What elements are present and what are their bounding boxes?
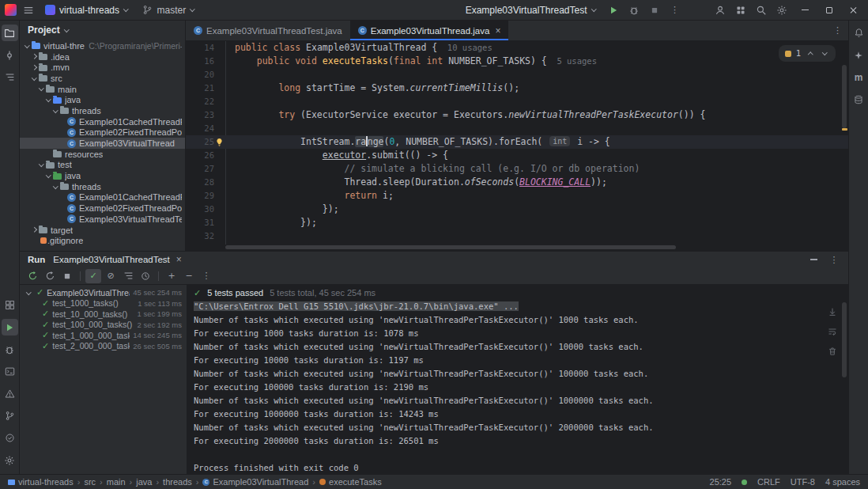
debug-icon[interactable] [625,2,642,18]
soft-wrap-icon[interactable] [826,325,839,338]
maximize-button[interactable] [820,2,839,18]
terminal-icon[interactable] [2,363,18,380]
tree-item[interactable]: java [20,94,185,105]
project-panel-header[interactable]: Project [20,21,185,40]
tree-item[interactable]: CExample02FixedThreadPoolTest [20,203,185,214]
line-number[interactable]: 31 [186,216,225,229]
more-run-options-icon[interactable]: ⋮ [666,2,683,18]
line-number[interactable]: 22 [186,95,225,108]
test-item[interactable]: ✓test_10_000_tasks()1 sec 199 ms [20,309,187,320]
plugins-icon[interactable] [732,2,749,18]
chevron-right-icon[interactable] [30,55,39,59]
tree-item[interactable]: threads [20,105,185,116]
sort-by-duration-icon[interactable] [138,269,153,283]
maven-icon[interactable]: m [851,69,867,85]
tree-item[interactable]: test [20,160,185,171]
tree-item[interactable]: CExample02FixedThreadPool [20,127,185,138]
code-line[interactable]: 23 try (ExecutorService executor = Execu… [186,108,848,122]
breadcrumb-item[interactable]: CExample03VirtualThread [202,477,308,487]
console-scrollbar-thumb[interactable] [842,302,847,377]
structure-icon[interactable] [2,69,18,85]
test-item[interactable]: ✓test_1_000_000_tasks()14 sec 245 ms [20,330,187,341]
close-tab-icon[interactable]: × [176,254,182,265]
run-icon[interactable] [2,319,18,335]
caret-position[interactable]: 25:25 [710,477,732,487]
chevron-down-icon[interactable] [37,88,46,90]
code-line[interactable]: 21 long startTime = System.currentTimeMi… [186,82,848,95]
tree-item[interactable]: virtual-threadsC:\Programiranje\Primeri-… [20,40,185,51]
line-number[interactable]: 29 [186,189,225,203]
more-options-icon[interactable]: ⋮ [198,269,214,283]
strip-settings-icon[interactable] [2,452,18,468]
line-number[interactable]: 24 [186,122,225,135]
test-item[interactable]: ✓test_1000_tasks()1 sec 113 ms [20,298,187,309]
line-number[interactable]: 16 [186,55,225,68]
minimize-button[interactable] [795,2,814,18]
chevron-down-icon[interactable] [23,45,32,47]
rerun-failed-icon[interactable] [42,269,58,283]
code-line[interactable]: 29 return i; [186,189,848,203]
tree-item[interactable]: threads [20,181,185,192]
encoding[interactable]: UTF-8 [791,477,815,487]
indent[interactable]: 4 spaces [825,477,860,487]
ai-assistant-icon[interactable] [851,47,867,63]
close-button[interactable] [844,2,863,18]
chevron-right-icon[interactable] [30,228,39,232]
expand-all-icon[interactable]: + [164,269,179,283]
settings-icon[interactable] [773,2,790,18]
test-item[interactable]: ✓test_100_000_tasks()2 sec 192 ms [20,320,187,331]
test-item[interactable]: ✓test_2_000_000_tasks()26 sec 505 ms [20,341,187,352]
hide-panel-icon[interactable] [807,253,820,266]
chevron-right-icon[interactable] [30,66,39,70]
sort-alphabetically-icon[interactable] [120,269,136,283]
editor-hscrollbar[interactable] [186,244,848,251]
panel-options-icon[interactable]: ⋮ [828,253,840,266]
tab-options-icon[interactable]: ⋮ [827,21,848,40]
code-line[interactable]: 14public class Example03VirtualThread { … [186,41,848,55]
chevron-down-icon[interactable] [44,175,53,177]
commit-icon[interactable] [2,47,18,63]
breadcrumb-item[interactable]: java [136,477,152,487]
tree-item[interactable]: resources [20,149,185,160]
branch-widget[interactable]: master [137,3,200,17]
code-line[interactable]: 24 [186,122,848,135]
show-passed-icon[interactable]: ✓ [85,269,101,283]
stop-icon[interactable] [646,2,662,18]
problems-icon[interactable] [2,385,18,402]
breadcrumb-item[interactable]: virtual-threads [8,477,74,487]
hscrollbar-thumb[interactable] [225,245,676,249]
code-line[interactable]: 27 // simulate a blicking call (e.g. I/O… [186,162,848,176]
code-line[interactable]: 20 [186,68,848,82]
tree-item[interactable]: main [20,84,185,95]
stop-icon[interactable] [59,269,75,283]
line-number[interactable]: 14 [186,41,225,55]
line-number[interactable]: 32 [186,229,225,243]
chevron-down-icon[interactable] [37,164,46,166]
search-everywhere-icon[interactable] [753,2,769,18]
code-line[interactable]: 28 Thread.sleep(Duration.ofSeconds(BLOCK… [186,176,848,189]
tree-item[interactable]: CExample03VirtualThread [20,138,185,149]
code-line[interactable]: 30 }); [186,203,848,216]
breadcrumb-item[interactable]: src [84,477,96,487]
version-control-icon[interactable] [2,408,18,424]
tree-item[interactable]: CExample01CachedThreadPoolTest [20,192,185,203]
run-tab[interactable]: Example03VirtualThreadTest × [53,254,181,265]
line-number[interactable]: 27 [186,162,225,176]
tree-item[interactable]: .idea [20,51,185,63]
chevron-down-icon[interactable] [25,292,33,294]
tree-item[interactable]: .gitignore [20,235,185,246]
show-ignored-icon[interactable]: ⊘ [103,269,119,283]
next-problem-icon[interactable] [820,49,829,59]
prev-problem-icon[interactable] [806,49,815,59]
project-icon[interactable] [2,25,18,41]
tree-item[interactable]: java [20,170,185,181]
console-scrollbar[interactable] [842,302,847,469]
line-separator[interactable]: CRLF [757,477,780,487]
inspections-widget[interactable]: 1 [779,45,836,62]
tree-item[interactable]: target [20,225,185,236]
breadcrumb-item[interactable]: executeTasks [319,477,382,487]
code-editor[interactable]: 14public class Example03VirtualThread { … [186,41,848,244]
rerun-icon[interactable] [25,269,40,283]
todo-icon[interactable] [2,430,18,446]
editor-tab[interactable]: CExample03VirtualThread.java× [350,21,509,40]
